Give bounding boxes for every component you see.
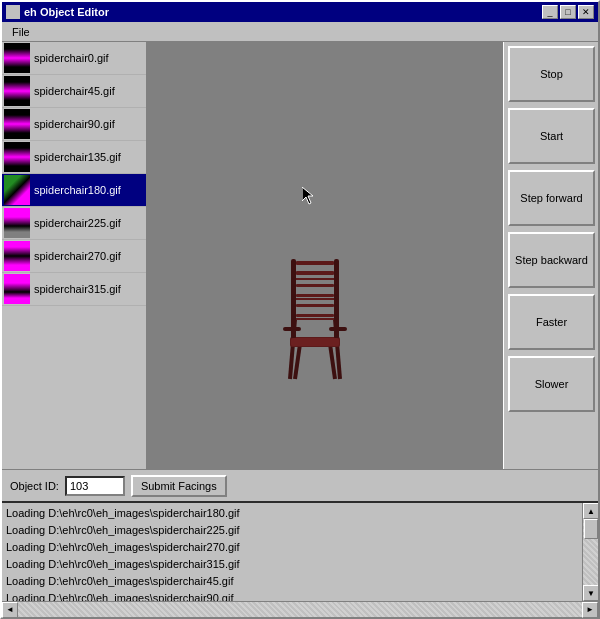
buttons-panel: Stop Start Step forward Step backward Fa…	[503, 42, 598, 469]
thumbnail-image	[4, 43, 30, 73]
thumbnail-image	[4, 241, 30, 271]
file-name: spiderchair315.gif	[34, 283, 121, 295]
file-thumb	[4, 142, 30, 172]
main-content: spiderchair0.gifspiderchair45.gifspiderc…	[2, 42, 598, 469]
file-name: spiderchair0.gif	[34, 52, 109, 64]
svg-rect-17	[283, 327, 301, 331]
scroll-left-button[interactable]: ◄	[2, 602, 18, 618]
file-thumb	[4, 175, 30, 205]
window-title: eh Object Editor	[24, 6, 109, 18]
file-item[interactable]: spiderchair0.gif	[2, 42, 146, 75]
minimize-button[interactable]: _	[542, 5, 558, 19]
file-item[interactable]: spiderchair315.gif	[2, 273, 146, 306]
cursor-icon	[302, 187, 314, 205]
maximize-button[interactable]: □	[560, 5, 576, 19]
scroll-up-button[interactable]: ▲	[583, 503, 598, 519]
title-bar-text: eh Object Editor	[6, 5, 109, 19]
submit-facings-button[interactable]: Submit Facings	[131, 475, 227, 497]
menu-item-file[interactable]: File	[6, 25, 36, 39]
log-line: Loading D:\eh\rc0\eh_images\spiderchair4…	[6, 573, 594, 590]
file-item[interactable]: spiderchair135.gif	[2, 141, 146, 174]
file-name: spiderchair270.gif	[34, 250, 121, 262]
preview-area	[147, 42, 503, 469]
file-item[interactable]: spiderchair270.gif	[2, 240, 146, 273]
thumbnail-image	[4, 274, 30, 304]
file-thumb	[4, 43, 30, 73]
log-line: Loading D:\eh\rc0\eh_images\spiderchair2…	[6, 522, 594, 539]
svg-rect-10	[296, 284, 334, 287]
log-line: Loading D:\eh\rc0\eh_images\spiderchair3…	[6, 556, 594, 573]
thumbnail-image	[4, 76, 30, 106]
file-thumb	[4, 76, 30, 106]
log-content: Loading D:\eh\rc0\eh_images\spiderchair1…	[6, 505, 594, 601]
svg-rect-18	[329, 327, 347, 331]
thumbnail-image	[4, 109, 30, 139]
file-item[interactable]: spiderchair45.gif	[2, 75, 146, 108]
faster-button[interactable]: Faster	[508, 294, 595, 350]
h-scroll-track	[18, 602, 582, 617]
window-icon	[6, 5, 20, 19]
file-thumb	[4, 241, 30, 271]
svg-rect-13	[296, 314, 334, 317]
scroll-thumb[interactable]	[584, 519, 598, 539]
file-thumb	[4, 274, 30, 304]
object-id-input[interactable]	[65, 476, 125, 496]
svg-rect-19	[291, 338, 339, 346]
log-scrollbar: ▲ ▼	[582, 503, 598, 601]
step-backward-button[interactable]: Step backward	[508, 232, 595, 288]
title-bar: eh Object Editor _ □ ✕	[2, 2, 598, 22]
file-name: spiderchair225.gif	[34, 217, 121, 229]
file-name: spiderchair180.gif	[34, 184, 121, 196]
slower-button[interactable]: Slower	[508, 356, 595, 412]
stop-button[interactable]: Stop	[508, 46, 595, 102]
scroll-track	[583, 519, 598, 585]
thumbnail-image	[4, 142, 30, 172]
file-list: spiderchair0.gifspiderchair45.gifspiderc…	[2, 42, 147, 469]
svg-line-3	[295, 344, 300, 379]
svg-rect-12	[296, 304, 334, 307]
log-line: Loading D:\eh\rc0\eh_images\spiderchair9…	[6, 590, 594, 601]
file-item[interactable]: spiderchair90.gif	[2, 108, 146, 141]
object-id-label: Object ID:	[10, 480, 59, 492]
bottom-scrollbar: ◄ ►	[2, 601, 598, 617]
file-item[interactable]: spiderchair180.gif	[2, 174, 146, 207]
svg-rect-8	[296, 261, 334, 265]
close-button[interactable]: ✕	[578, 5, 594, 19]
menu-bar: File	[2, 22, 598, 42]
log-area: Loading D:\eh\rc0\eh_images\spiderchair1…	[2, 501, 598, 601]
chair-preview	[275, 249, 375, 389]
svg-rect-11	[296, 294, 334, 297]
thumbnail-image	[4, 175, 30, 205]
scroll-right-button[interactable]: ►	[582, 602, 598, 618]
title-controls: _ □ ✕	[542, 5, 594, 19]
main-window: eh Object Editor _ □ ✕ File spiderchair0…	[0, 0, 600, 619]
step-forward-button[interactable]: Step forward	[508, 170, 595, 226]
file-name: spiderchair135.gif	[34, 151, 121, 163]
file-thumb	[4, 208, 30, 238]
svg-marker-0	[302, 187, 313, 204]
log-line: Loading D:\eh\rc0\eh_images\spiderchair2…	[6, 539, 594, 556]
object-id-bar: Object ID: Submit Facings	[2, 469, 598, 501]
thumbnail-image	[4, 208, 30, 238]
svg-line-4	[330, 344, 335, 379]
file-item[interactable]: spiderchair225.gif	[2, 207, 146, 240]
file-name: spiderchair45.gif	[34, 85, 115, 97]
log-line: Loading D:\eh\rc0\eh_images\spiderchair1…	[6, 505, 594, 522]
file-name: spiderchair90.gif	[34, 118, 115, 130]
start-button[interactable]: Start	[508, 108, 595, 164]
file-thumb	[4, 109, 30, 139]
svg-rect-9	[296, 271, 334, 275]
scroll-down-button[interactable]: ▼	[583, 585, 598, 601]
